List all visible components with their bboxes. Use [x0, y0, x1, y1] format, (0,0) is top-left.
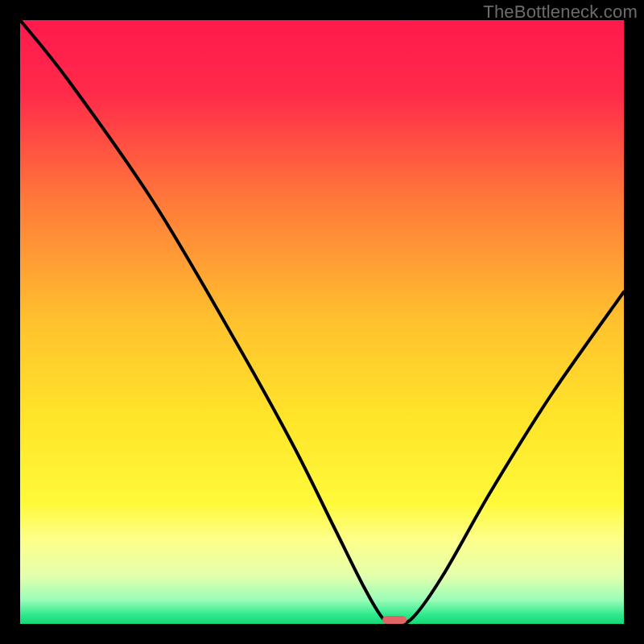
optimum-marker	[382, 616, 407, 624]
plot-area	[20, 20, 624, 624]
bottleneck-curve-path	[20, 20, 624, 624]
chart-frame: TheBottleneck.com	[0, 0, 644, 644]
bottleneck-curve-svg	[20, 20, 624, 624]
